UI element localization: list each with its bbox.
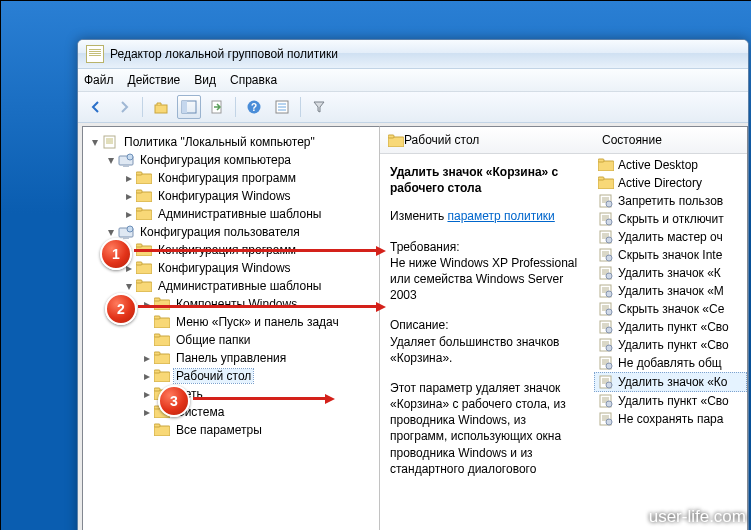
detail-heading-text: Рабочий стол: [404, 133, 479, 147]
help-icon[interactable]: ?: [242, 95, 266, 119]
svg-rect-37: [154, 334, 160, 337]
list-item[interactable]: Удалить пункт «Сво: [594, 392, 747, 410]
list-item[interactable]: Удалить значок «К: [594, 264, 747, 282]
expand-icon[interactable]: ▸: [141, 389, 152, 400]
menu-view[interactable]: Вид: [194, 73, 216, 87]
properties-icon[interactable]: [270, 95, 294, 119]
export-icon[interactable]: [205, 95, 229, 119]
svg-rect-39: [154, 352, 160, 355]
svg-rect-24: [123, 237, 129, 239]
svg-point-83: [606, 291, 612, 297]
tree-label: Конфигурация программ: [156, 171, 298, 185]
list-item[interactable]: Не добавлять общ: [594, 354, 747, 372]
expand-icon[interactable]: [141, 335, 152, 346]
state-header[interactable]: Состояние: [594, 127, 747, 154]
state-list[interactable]: Active DesktopActive DirectoryЗапретить …: [594, 154, 747, 430]
navigation-tree[interactable]: ▾Политика "Локальный компьютер"▾Конфигур…: [82, 126, 380, 530]
expand-icon[interactable]: ▾: [105, 227, 116, 238]
svg-point-25: [127, 226, 133, 232]
svg-rect-22: [136, 208, 142, 211]
expand-icon[interactable]: ▸: [141, 407, 152, 418]
expand-icon[interactable]: ▾: [105, 155, 116, 166]
annotation-arrow-icon: [325, 394, 335, 404]
expand-icon[interactable]: ▾: [123, 281, 134, 292]
forward-icon[interactable]: [112, 95, 136, 119]
expand-icon[interactable]: [141, 317, 152, 328]
tree-item[interactable]: ▸Рабочий стол: [87, 367, 375, 385]
folder-icon: [136, 261, 152, 275]
tree-label: Политика "Локальный компьютер": [122, 135, 317, 149]
tree-item[interactable]: ▾Административные шаблоны: [87, 277, 375, 295]
menu-file[interactable]: Файл: [84, 73, 114, 87]
list-item[interactable]: Удалить мастер оч: [594, 228, 747, 246]
tree-item[interactable]: ▸Конфигурация Windows: [87, 259, 375, 277]
document-icon: [86, 45, 104, 63]
expand-icon[interactable]: ▸: [141, 353, 152, 364]
description-paragraph: Этот параметр удаляет значок «Корзина» с…: [390, 380, 584, 477]
tree-label: Административные шаблоны: [156, 207, 323, 221]
annotation-badge: 1: [100, 238, 132, 270]
folder-icon: [388, 134, 404, 147]
show-tree-icon[interactable]: [177, 95, 201, 119]
annotation-line: [138, 305, 376, 308]
list-item[interactable]: Скрыть и отключит: [594, 210, 747, 228]
annotation-line: [134, 249, 376, 252]
folder-icon: [598, 176, 614, 190]
window-titlebar[interactable]: Редактор локальной групповой политики: [78, 40, 748, 69]
svg-point-58: [606, 201, 612, 207]
tree-item[interactable]: ▸Система: [87, 403, 375, 421]
tree-item[interactable]: ▸Административные шаблоны: [87, 205, 375, 223]
svg-rect-29: [136, 262, 142, 265]
up-icon[interactable]: [149, 95, 173, 119]
folder-icon: [154, 333, 170, 347]
expand-icon[interactable]: [141, 425, 152, 436]
svg-rect-20: [136, 190, 142, 193]
tree-root[interactable]: ▾Политика "Локальный компьютер": [87, 133, 375, 151]
tree-label: Конфигурация Windows: [156, 261, 293, 275]
list-item[interactable]: Active Directory: [594, 174, 747, 192]
expand-icon[interactable]: ▸: [141, 371, 152, 382]
back-icon[interactable]: [84, 95, 108, 119]
requirements-text: Не ниже Windows XP Professional или семе…: [390, 255, 584, 304]
svg-rect-53: [598, 177, 604, 180]
tree-label: Общие папки: [174, 333, 252, 347]
list-item[interactable]: Active Desktop: [594, 156, 747, 174]
list-item[interactable]: Скрыть значок «Се: [594, 300, 747, 318]
tree-item[interactable]: ▸Конфигурация Windows: [87, 187, 375, 205]
list-item[interactable]: Скрыть значок Inte: [594, 246, 747, 264]
list-item[interactable]: Удалить значок «Ко: [594, 372, 747, 392]
tree-label: Рабочий стол: [174, 369, 253, 383]
tree-item[interactable]: ▸Панель управления: [87, 349, 375, 367]
list-item-label: Скрыть и отключит: [618, 212, 724, 226]
list-item[interactable]: Удалить значок «М: [594, 282, 747, 300]
svg-rect-18: [136, 172, 142, 175]
menu-help[interactable]: Справка: [230, 73, 277, 87]
list-item-label: Не сохранять пара: [618, 412, 723, 426]
list-item[interactable]: Удалить пункт «Сво: [594, 336, 747, 354]
expand-icon[interactable]: ▸: [123, 173, 134, 184]
tree-item[interactable]: ▾Конфигурация пользователя: [87, 223, 375, 241]
tree-item[interactable]: Общие папки: [87, 331, 375, 349]
list-item-label: Не добавлять общ: [618, 356, 722, 370]
list-item[interactable]: Запретить пользов: [594, 192, 747, 210]
tree-item[interactable]: ▾Конфигурация компьютера: [87, 151, 375, 169]
svg-point-16: [127, 154, 133, 160]
tree-label: Меню «Пуск» и панель задач: [174, 315, 341, 329]
filter-icon[interactable]: [307, 95, 331, 119]
description-label: Описание:: [390, 317, 584, 333]
tree-item[interactable]: Все параметры: [87, 421, 375, 439]
toolbar-separator: [142, 97, 143, 117]
config-icon: [118, 153, 134, 167]
tree-item[interactable]: ▸Конфигурация программ: [87, 169, 375, 187]
annotation-arrow-icon: [376, 302, 386, 312]
policy-icon: [598, 356, 614, 370]
list-item[interactable]: Не сохранять пара: [594, 410, 747, 428]
expand-icon[interactable]: ▸: [123, 191, 134, 202]
list-item[interactable]: Удалить пункт «Сво: [594, 318, 747, 336]
folder-icon: [136, 189, 152, 203]
policy-icon: [598, 194, 614, 208]
menu-action[interactable]: Действие: [128, 73, 181, 87]
edit-policy-link[interactable]: параметр политики: [447, 209, 554, 223]
expand-icon[interactable]: ▸: [123, 209, 134, 220]
expand-icon[interactable]: ▾: [89, 137, 100, 148]
